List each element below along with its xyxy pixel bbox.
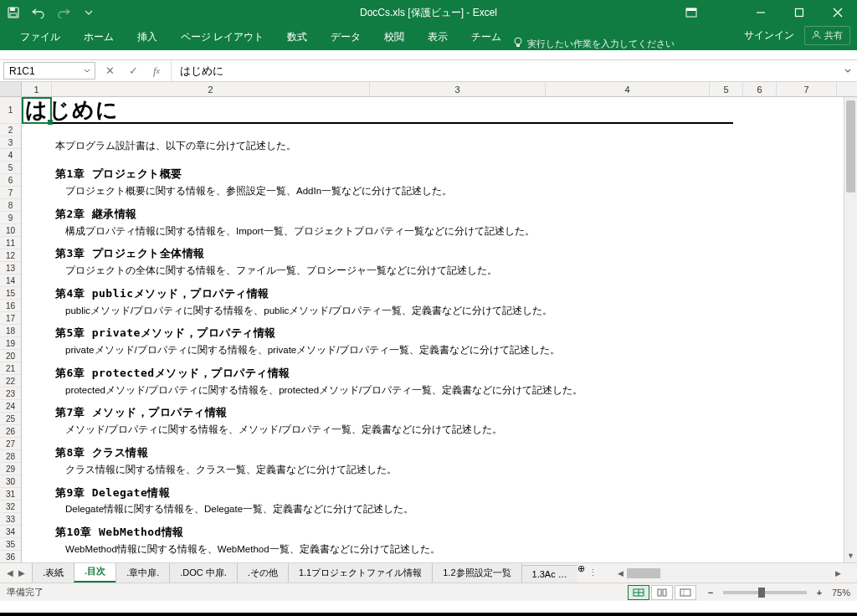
row-header[interactable]: 16 — [0, 300, 21, 312]
row-header[interactable]: 27 — [0, 438, 21, 450]
name-box[interactable]: R1C1 — [3, 62, 95, 80]
view-page-break-icon[interactable] — [675, 585, 696, 600]
vscroll-thumb[interactable] — [846, 100, 855, 192]
tab-formulas[interactable]: 数式 — [275, 25, 319, 50]
row-header[interactable]: 10 — [0, 224, 21, 237]
tab-view[interactable]: 表示 — [416, 25, 459, 50]
row-header[interactable]: 9 — [0, 212, 21, 224]
row-header[interactable]: 13 — [0, 262, 21, 275]
tab-insert[interactable]: 挿入 — [126, 25, 169, 50]
row-header[interactable]: 32 — [0, 501, 21, 513]
cells-area[interactable]: はじめに 本プログラム設計書は、以下の章に分けて記述した。 第1章 プロジェクト… — [22, 97, 844, 562]
row-header[interactable]: 19 — [0, 337, 21, 350]
select-all-corner[interactable] — [0, 82, 22, 96]
row-header[interactable]: 35 — [0, 538, 21, 551]
col-header[interactable]: 6 — [743, 82, 777, 96]
share-button[interactable]: 共有 — [804, 26, 850, 45]
minimize-button[interactable] — [742, 0, 780, 25]
col-header[interactable]: 5 — [710, 82, 743, 96]
row-header[interactable]: 22 — [0, 375, 21, 388]
sheet-tab[interactable]: .DOC 中扉. — [169, 563, 238, 583]
row-header[interactable]: 31 — [0, 488, 21, 501]
tab-review[interactable]: 校閲 — [372, 25, 416, 50]
row-header[interactable]: 28 — [0, 450, 21, 463]
signin-link[interactable]: サインイン — [744, 28, 794, 43]
qat-customize-icon[interactable] — [82, 6, 95, 19]
sheet-tab[interactable]: .章中扉. — [115, 563, 170, 583]
undo-icon[interactable] — [32, 6, 45, 19]
row-header[interactable]: 12 — [0, 249, 21, 262]
col-header[interactable]: 7 — [777, 82, 837, 96]
vertical-scrollbar[interactable]: ▲ ▼ — [844, 97, 857, 562]
sheet-nav-next-icon[interactable]: ▶ — [18, 568, 25, 578]
zoom-in-button[interactable]: + — [813, 588, 825, 598]
maximize-button[interactable] — [780, 0, 819, 25]
tab-team[interactable]: チーム — [459, 25, 513, 50]
sheet-nav-prev-icon[interactable]: ◀ — [7, 568, 13, 578]
row-header[interactable]: 17 — [0, 312, 21, 325]
row-header[interactable]: 29 — [0, 463, 21, 475]
hscroll-thumb[interactable] — [627, 568, 660, 578]
new-sheet-icon[interactable]: ⊕ — [577, 563, 585, 583]
row-header[interactable]: 25 — [0, 413, 21, 425]
view-normal-icon[interactable] — [628, 585, 649, 600]
row-header[interactable]: 21 — [0, 362, 21, 375]
row-header[interactable]: 36 — [0, 551, 21, 562]
ribbon-display-options-icon[interactable] — [685, 6, 698, 19]
row-header[interactable]: 4 — [0, 149, 21, 162]
tab-page-layout[interactable]: ページ レイアウト — [169, 25, 275, 50]
zoom-knob[interactable] — [758, 588, 765, 598]
view-page-layout-icon[interactable] — [651, 585, 673, 600]
row-header[interactable]: 15 — [0, 287, 21, 300]
formula-expand-icon[interactable] — [839, 60, 857, 81]
row-header[interactable]: 26 — [0, 425, 21, 438]
row-header[interactable]: 8 — [0, 199, 21, 212]
row-header[interactable]: 1 — [0, 97, 21, 124]
row-header[interactable]: 14 — [0, 275, 21, 287]
tab-home[interactable]: ホーム — [72, 25, 126, 50]
sheet-tab[interactable]: .表紙 — [32, 563, 74, 583]
col-header[interactable]: 1 — [22, 82, 52, 96]
row-header[interactable]: 18 — [0, 325, 21, 337]
row-header[interactable]: 23 — [0, 388, 21, 400]
enter-icon[interactable]: ✓ — [126, 64, 141, 77]
formula-input[interactable]: はじめに — [172, 60, 839, 81]
sheet-tab[interactable]: 1.3Ac … — [521, 565, 577, 583]
col-header[interactable]: 2 — [52, 82, 370, 96]
row-header[interactable]: 20 — [0, 350, 21, 362]
row-header[interactable]: 2 — [0, 124, 21, 136]
row-header[interactable]: 5 — [0, 162, 21, 174]
row-header[interactable]: 30 — [0, 475, 21, 488]
row-header[interactable]: 24 — [0, 400, 21, 413]
tell-me[interactable]: 実行したい作業を入力してください — [513, 37, 675, 50]
sheet-tab[interactable]: .目次 — [74, 563, 116, 583]
tab-data[interactable]: データ — [319, 25, 372, 50]
zoom-level[interactable]: 75% — [832, 588, 850, 598]
sheet-tab[interactable]: 1.1プロジェクトファイル情報 — [288, 563, 433, 583]
fx-icon[interactable]: fx — [149, 64, 164, 78]
tab-file[interactable]: ファイル — [8, 25, 72, 50]
col-header[interactable]: 4 — [546, 82, 710, 96]
close-button[interactable] — [819, 0, 857, 25]
zoom-out-button[interactable]: − — [705, 588, 716, 598]
redo-icon[interactable] — [57, 6, 70, 19]
col-header[interactable]: 3 — [370, 82, 546, 96]
row-header[interactable]: 34 — [0, 526, 21, 538]
row-header[interactable]: 3 — [0, 136, 21, 149]
zoom-slider[interactable] — [723, 591, 807, 594]
hscroll-left-icon[interactable]: ◀ — [615, 569, 627, 578]
row-header[interactable]: 33 — [0, 513, 21, 526]
scroll-down-icon[interactable]: ▼ — [844, 549, 857, 562]
row-header[interactable]: 7 — [0, 187, 21, 199]
name-box-dropdown-icon[interactable] — [81, 63, 93, 79]
sheet-tab[interactable]: 1.2参照設定一覧 — [432, 563, 521, 583]
row-header[interactable]: 11 — [0, 237, 21, 249]
save-icon[interactable] — [7, 6, 20, 19]
horizontal-scrollbar[interactable]: ◀ ▶ — [602, 563, 857, 583]
sheet-tab[interactable]: .その他 — [237, 563, 289, 583]
sheet-menu-icon[interactable]: ⋮ — [585, 563, 602, 583]
row-header[interactable]: 6 — [0, 174, 21, 187]
hscroll-right-icon[interactable]: ▶ — [832, 569, 844, 578]
cancel-icon[interactable]: ✕ — [102, 64, 117, 77]
hscroll-track[interactable] — [627, 568, 832, 578]
